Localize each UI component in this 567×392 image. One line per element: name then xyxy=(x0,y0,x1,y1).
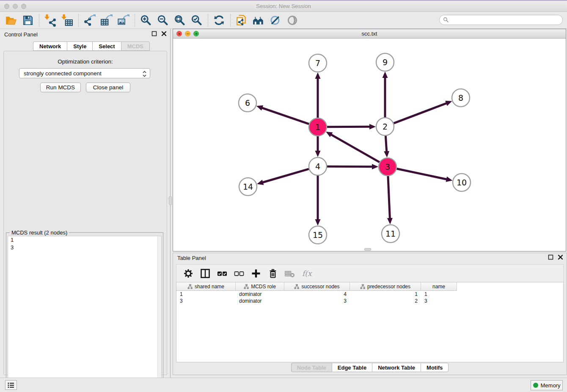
titlebar: Session: New Session xyxy=(0,1,567,12)
table-cell[interactable]: 3 xyxy=(421,298,457,304)
deselect-all-button[interactable] xyxy=(231,266,247,281)
tab-style[interactable]: Style xyxy=(67,41,92,51)
column-header-successor-nodes[interactable]: successor nodes xyxy=(284,282,350,291)
show-hide-button[interactable] xyxy=(284,13,301,28)
export-image-button[interactable] xyxy=(115,13,132,28)
save-session-icon xyxy=(22,14,34,27)
node-label-14: 14 xyxy=(243,182,253,191)
gear-button[interactable] xyxy=(181,266,196,281)
zoom-selected-button[interactable] xyxy=(188,13,205,28)
node-label-9: 9 xyxy=(383,58,388,67)
column-header-MCDS-role[interactable]: MCDS role xyxy=(236,282,284,291)
search-input[interactable] xyxy=(449,16,562,24)
tree-icon xyxy=(187,284,193,289)
float-panel-icon[interactable] xyxy=(151,31,157,36)
network-view-window: scc.txt 7968124314101511 xyxy=(173,29,566,251)
add-button[interactable] xyxy=(248,266,264,281)
close-panel-icon[interactable] xyxy=(161,31,167,36)
optimization-criterion-label: Optimization criterion: xyxy=(4,58,167,65)
edge-3-1[interactable] xyxy=(330,134,380,162)
edge-3-11[interactable] xyxy=(388,176,390,219)
tab-mcds[interactable]: MCDS xyxy=(121,41,150,51)
canvas-hscroll-thumb[interactable] xyxy=(364,248,371,251)
zoom-fit-button[interactable] xyxy=(171,13,188,28)
optimization-criterion-select[interactable]: strongly connected component xyxy=(19,68,150,78)
tab-network[interactable]: Network xyxy=(33,41,67,51)
column-header-predecessor-nodes[interactable]: predecessor nodes xyxy=(350,282,421,291)
table-cell[interactable]: 2 xyxy=(350,298,421,304)
network-canvas[interactable]: 7968124314101511 xyxy=(173,39,566,251)
export-network-button[interactable] xyxy=(81,13,98,28)
node-label-6: 6 xyxy=(245,98,250,108)
close-panel-button[interactable]: Close panel xyxy=(86,83,130,92)
edge-4-3[interactable] xyxy=(327,166,373,167)
duplicate-network-button[interactable] xyxy=(233,13,250,28)
node-label-15: 15 xyxy=(313,230,323,240)
import-table-button[interactable] xyxy=(59,13,76,28)
tab-select[interactable]: Select xyxy=(92,41,121,51)
edge-2-3[interactable] xyxy=(385,136,386,152)
export-table-button[interactable] xyxy=(98,13,115,28)
mcds-result-list[interactable]: 13 xyxy=(8,236,162,390)
open-session-button[interactable] xyxy=(3,13,19,28)
network-window-titlebar[interactable]: scc.txt xyxy=(173,29,566,39)
import-network-button[interactable] xyxy=(42,13,59,28)
home-button[interactable] xyxy=(250,13,267,28)
import-network-icon xyxy=(44,14,57,27)
run-mcds-button[interactable]: Run MCDS xyxy=(40,83,81,92)
result-scrollbar[interactable] xyxy=(157,236,161,390)
tab-network-table[interactable]: Network Table xyxy=(372,363,421,372)
style-button[interactable] xyxy=(267,13,284,28)
edge-arrow-3-11 xyxy=(387,218,393,224)
table-cell[interactable]: 1 xyxy=(421,291,457,298)
zoom-in-button[interactable] xyxy=(138,13,154,28)
column-header-name[interactable]: name xyxy=(421,282,457,291)
function-builder-button: f(x) xyxy=(299,266,314,281)
application-window: Session: New Session Control Panel xyxy=(0,0,567,392)
control-panel-tabs: NetworkStyleSelectMCDS xyxy=(33,41,150,51)
edge-arrow-4-3 xyxy=(372,164,378,169)
edge-3-10[interactable] xyxy=(397,169,448,179)
task-history-button[interactable] xyxy=(5,380,17,390)
delete-column-button xyxy=(282,266,297,281)
toolbar-separator xyxy=(230,14,231,27)
table-row[interactable]: 3dominator323 xyxy=(176,298,563,304)
columns-button[interactable] xyxy=(198,266,213,281)
network-window-title: scc.txt xyxy=(173,30,566,37)
table-cell[interactable]: 3 xyxy=(284,298,350,304)
panel-splitter-handle[interactable] xyxy=(169,196,172,205)
table-cell[interactable]: dominator xyxy=(236,298,284,304)
tab-node-table[interactable]: Node Table xyxy=(291,363,332,372)
edge-2-8[interactable] xyxy=(394,103,448,123)
mcds-result-group: MCDS result (2 nodes) 13 xyxy=(6,232,163,392)
node-table[interactable]: shared nameMCDS rolesuccessor nodesprede… xyxy=(176,282,564,362)
show-hide-icon xyxy=(286,14,299,27)
tab-motifs[interactable]: Motifs xyxy=(421,363,449,372)
mcds-result-item: 3 xyxy=(8,244,161,251)
tab-edge-table[interactable]: Edge Table xyxy=(332,363,372,372)
table-cell[interactable]: 1 xyxy=(350,291,421,298)
edge-1-2[interactable] xyxy=(327,127,371,127)
deselect-all-icon xyxy=(234,268,245,279)
table-row[interactable]: 1dominator411 xyxy=(176,291,563,298)
edge-4-14[interactable] xyxy=(262,169,309,182)
column-header-shared-name[interactable]: shared name xyxy=(176,282,236,291)
save-session-button[interactable] xyxy=(19,13,36,28)
delete-button[interactable] xyxy=(265,266,281,281)
table-cell[interactable]: 4 xyxy=(284,291,350,298)
status-bar: Memory xyxy=(0,378,567,392)
zoom-out-button[interactable] xyxy=(154,13,171,28)
refresh-icon xyxy=(213,14,226,27)
table-cell[interactable]: dominator xyxy=(236,291,284,298)
select-all-button[interactable] xyxy=(215,266,230,281)
table-cell[interactable]: 1 xyxy=(176,291,236,298)
close-table-panel-icon[interactable] xyxy=(558,254,563,260)
table-cell[interactable]: 3 xyxy=(176,298,236,304)
float-table-panel-icon[interactable] xyxy=(548,254,553,260)
duplicate-network-icon xyxy=(235,14,248,27)
network-graph[interactable]: 7968124314101511 xyxy=(173,39,566,251)
memory-button[interactable]: Memory xyxy=(531,380,563,390)
refresh-button[interactable] xyxy=(211,13,228,28)
node-label-7: 7 xyxy=(315,58,320,68)
edge-1-6[interactable] xyxy=(261,108,309,124)
